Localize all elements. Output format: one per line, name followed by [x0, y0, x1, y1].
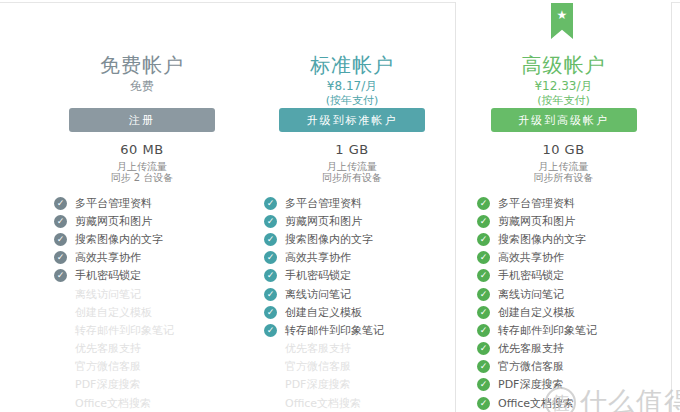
check-icon: ✓	[54, 197, 67, 210]
upgrade-standard-button[interactable]: 升级到标准帐户	[279, 108, 425, 132]
feature-row: 官方微信客服	[242, 358, 462, 376]
upgrade-premium-button[interactable]: 升级到高级帐户	[491, 108, 637, 132]
feature-label: 官方微信客服	[285, 359, 351, 374]
feature-label: Office文档搜索	[285, 396, 361, 411]
check-icon: ✓	[477, 197, 490, 210]
feature-row: ✓手机密码锁定	[32, 267, 252, 285]
feature-label: 离线访问笔记	[75, 287, 141, 302]
check-icon: ✓	[54, 251, 67, 264]
check-icon: ✓	[477, 378, 490, 391]
feature-row: ✓剪藏网页和图片	[242, 212, 462, 230]
plan-column-standard: 标准帐户 ¥8.17/月 (按年支付) 升级到标准帐户 1 GB 月上传流量 同…	[242, 0, 462, 412]
feature-label: 多平台管理资料	[285, 196, 362, 211]
check-icon: ✓	[54, 233, 67, 246]
sync-caption-premium: 同步所有设备	[455, 171, 672, 185]
feature-row: 创建自定义模板	[32, 303, 252, 321]
check-icon: ✓	[477, 233, 490, 246]
check-icon: ✓	[54, 269, 67, 282]
feature-label: 优先客服支持	[75, 341, 141, 356]
feature-label: 剪藏网页和图片	[285, 214, 362, 229]
feature-row: ✓多平台管理资料	[32, 194, 252, 212]
check-icon: ✓	[477, 306, 490, 319]
feature-label: 官方微信客服	[498, 359, 564, 374]
smzdm-logo-icon: 值	[545, 387, 576, 412]
plan-billing-note-standard: (按年支付)	[242, 93, 462, 108]
feature-label: 高效共享协作	[75, 250, 141, 265]
feature-label: PDF深度搜索	[285, 377, 350, 392]
feature-row: 转存邮件到印象笔记	[32, 321, 252, 339]
plan-price-free: 免费	[32, 78, 252, 95]
feature-label: 剪藏网页和图片	[498, 214, 575, 229]
feature-label: 高效共享协作	[285, 250, 351, 265]
feature-label: 优先客服支持	[498, 341, 564, 356]
feature-row: ✓多平台管理资料	[455, 194, 672, 212]
feature-label: 创建自定义模板	[75, 305, 152, 320]
feature-label: 官方微信客服	[75, 359, 141, 374]
feature-row: Office文档搜索	[32, 394, 252, 412]
feature-row: ✓手机密码锁定	[455, 267, 672, 285]
feature-label: PDF深度搜索	[75, 377, 140, 392]
check-icon: ✓	[477, 342, 490, 355]
feature-row: ✓多平台管理资料	[242, 194, 462, 212]
check-icon: ✓	[477, 269, 490, 282]
storage-amount-free: 60 MB	[32, 142, 252, 157]
check-icon: ✓	[477, 397, 490, 410]
feature-row: ✓官方微信客服	[455, 358, 672, 376]
plan-billing-note-premium: (按年支付)	[455, 93, 672, 108]
check-icon: ✓	[264, 197, 277, 210]
check-icon: ✓	[264, 215, 277, 228]
feature-row: ✓创建自定义模板	[455, 303, 672, 321]
feature-row: ✓离线访问笔记	[455, 285, 672, 303]
feature-row: ✓高效共享协作	[455, 249, 672, 267]
feature-row: PDF深度搜索	[242, 376, 462, 394]
smzdm-watermark: 值 什么值得买	[545, 384, 680, 412]
feature-label: 创建自定义模板	[285, 305, 362, 320]
feature-label: 剪藏网页和图片	[75, 214, 152, 229]
sync-caption-free: 同步 2 台设备	[32, 171, 252, 185]
check-icon: ✓	[477, 215, 490, 228]
feature-row: ✓创建自定义模板	[242, 303, 462, 321]
feature-row: ✓搜索图像内的文字	[32, 230, 252, 248]
feature-row: ✓搜索图像内的文字	[455, 230, 672, 248]
feature-row: ✓剪藏网页和图片	[455, 212, 672, 230]
feature-label: 手机密码锁定	[75, 268, 141, 283]
plan-title-free: 免费帐户	[32, 52, 252, 79]
feature-row: ✓高效共享协作	[242, 249, 462, 267]
check-icon: ✓	[264, 306, 277, 319]
feature-label: 搜索图像内的文字	[498, 232, 586, 247]
check-icon: ✓	[264, 288, 277, 301]
feature-row: ✓转存邮件到印象笔记	[242, 321, 462, 339]
feature-label: 多平台管理资料	[75, 196, 152, 211]
feature-row: ✓手机密码锁定	[242, 267, 462, 285]
feature-label: 创建自定义模板	[498, 305, 575, 320]
smzdm-watermark-text: 什么值得买	[580, 384, 680, 412]
check-icon: ✓	[477, 288, 490, 301]
feature-label: 搜索图像内的文字	[285, 232, 373, 247]
signup-button[interactable]: 注册	[69, 108, 215, 132]
check-icon: ✓	[264, 251, 277, 264]
check-icon: ✓	[264, 269, 277, 282]
feature-row: Office文档搜索	[242, 394, 462, 412]
feature-row: ✓转存邮件到印象笔记	[455, 321, 672, 339]
feature-row: ✓剪藏网页和图片	[32, 212, 252, 230]
plan-column-free: 免费帐户 免费 注册 60 MB 月上传流量 同步 2 台设备 ✓多平台管理资料…	[32, 0, 252, 412]
feature-row: ✓高效共享协作	[32, 249, 252, 267]
check-icon: ✓	[264, 324, 277, 337]
feature-label: Office文档搜索	[75, 396, 151, 411]
check-icon: ✓	[477, 360, 490, 373]
plan-title-standard: 标准帐户	[242, 52, 462, 79]
feature-row: 离线访问笔记	[32, 285, 252, 303]
feature-list-standard: ✓多平台管理资料✓剪藏网页和图片✓搜索图像内的文字✓高效共享协作✓手机密码锁定✓…	[242, 194, 462, 412]
feature-row: 优先客服支持	[242, 340, 462, 358]
feature-label: 优先客服支持	[285, 341, 351, 356]
feature-row: ✓优先客服支持	[455, 340, 672, 358]
feature-label: 离线访问笔记	[498, 287, 564, 302]
check-icon: ✓	[54, 215, 67, 228]
sync-caption-standard: 同步所有设备	[242, 171, 462, 185]
feature-row: 优先客服支持	[32, 340, 252, 358]
check-icon: ✓	[264, 233, 277, 246]
feature-label: 离线访问笔记	[285, 287, 351, 302]
feature-label: 转存邮件到印象笔记	[498, 323, 597, 338]
feature-label: 转存邮件到印象笔记	[75, 323, 174, 338]
feature-list-free: ✓多平台管理资料✓剪藏网页和图片✓搜索图像内的文字✓高效共享协作✓手机密码锁定离…	[32, 194, 252, 412]
